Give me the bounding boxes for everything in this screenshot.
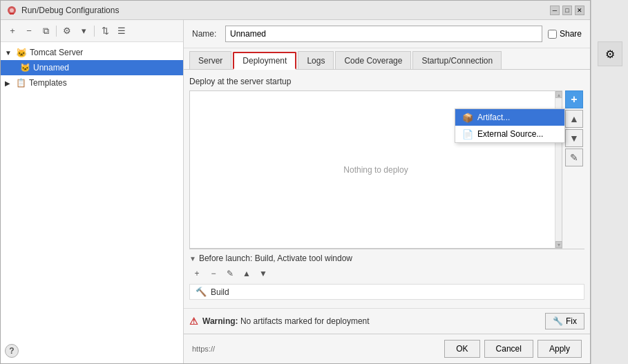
tab-deployment[interactable]: Deployment (233, 52, 296, 70)
scrollbar-up[interactable]: ▲ (555, 91, 562, 98)
config-icon: 🐱 (20, 63, 30, 73)
deploy-empty-text: Nothing to deploy (343, 165, 408, 175)
before-launch-label: Before launch: Build, Activate tool wind… (199, 253, 352, 263)
tab-logs[interactable]: Logs (298, 51, 334, 69)
before-launch-section: ▼ Before launch: Build, Activate tool wi… (189, 249, 584, 303)
before-launch-up-button[interactable]: ▲ (239, 266, 254, 281)
title-controls: ─ □ ✕ (550, 6, 584, 15)
sidebar-tool-button-1[interactable]: ⚙ (598, 41, 622, 66)
config-tree: ▼ 🐱 Tomcat Server 🐱 Unnamed ▶ 📋 Template… (1, 42, 183, 363)
edit-deploy-button[interactable]: ✎ (565, 149, 583, 166)
before-launch-header: ▼ Before launch: Build, Activate tool wi… (189, 253, 584, 263)
right-panel: Name: Share Server Deployment Logs (184, 20, 590, 363)
templates-label: Templates (29, 78, 67, 88)
deploy-area: Nothing to deploy ▲ ▼ + 📦 (189, 90, 584, 249)
unnamed-label: Unnamed (33, 63, 69, 73)
expand-tomcat-icon: ▼ (5, 49, 13, 57)
fix-button[interactable]: 🔧 Fix (545, 313, 584, 329)
run-debug-icon (6, 5, 17, 16)
settings-button[interactable]: ⚙ (59, 23, 75, 39)
tabs-bar: Server Deployment Logs Code Coverage Sta… (184, 48, 590, 70)
add-config-button[interactable]: + (5, 23, 20, 39)
tree-item-templates[interactable]: ▶ 📋 Templates (1, 75, 183, 90)
warning-text: Warning: No artifacts marked for deploym… (202, 316, 541, 326)
share-checkbox[interactable] (548, 30, 557, 39)
before-launch-chevron: ▼ (189, 255, 196, 262)
configurations-toolbar: + − ⧉ ⚙ ▾ ⇅ ☰ (1, 20, 183, 42)
dropdown-item-artifact[interactable]: 📦 Artifact... (455, 109, 564, 126)
tab-content: Deploy at the server startup Nothing to … (184, 70, 590, 308)
tab-server[interactable]: Server (189, 51, 231, 69)
window-title: Run/Debug Configurations (21, 6, 119, 15)
arrow-down-button[interactable]: ▾ (76, 23, 91, 39)
tab-code-coverage[interactable]: Code Coverage (335, 51, 411, 69)
arrow-up-deploy-button[interactable]: ▲ (565, 110, 583, 128)
sort-button[interactable]: ⇅ (97, 23, 113, 39)
separator-2 (94, 26, 95, 37)
tomcat-icon: 🐱 (16, 48, 27, 58)
build-row[interactable]: 🔨 Build (189, 284, 584, 300)
bottom-bar: ? https:// OK Cancel Apply (184, 334, 590, 363)
external-source-label: External Source... (477, 129, 543, 139)
help-button[interactable]: ? (5, 344, 19, 358)
url-bar: https:// (192, 345, 440, 353)
name-row: Name: Share (184, 20, 590, 48)
warning-bar: ⚠ Warning: No artifacts marked for deplo… (184, 308, 590, 334)
svg-rect-2 (10, 13, 14, 15)
close-button[interactable]: ✕ (575, 6, 584, 15)
minimize-button[interactable]: ─ (550, 6, 560, 15)
title-bar: Run/Debug Configurations ─ □ ✕ (1, 1, 590, 20)
before-launch-down-button[interactable]: ▼ (256, 266, 271, 281)
template-icon: 📋 (16, 78, 26, 88)
filter-button[interactable]: ☰ (114, 23, 129, 39)
separator-1 (56, 26, 57, 37)
arrow-down-deploy-button[interactable]: ▼ (565, 129, 583, 147)
expand-templates-icon: ▶ (5, 79, 13, 87)
build-icon: 🔨 (196, 287, 207, 297)
maximize-button[interactable]: □ (562, 6, 572, 15)
scrollbar-down[interactable]: ▼ (555, 241, 562, 248)
ok-button[interactable]: OK (444, 340, 479, 358)
artifact-label: Artifact... (477, 113, 510, 122)
name-input[interactable] (225, 26, 542, 42)
tree-item-tomcat-server[interactable]: ▼ 🐱 Tomcat Server (1, 45, 183, 60)
share-checkbox-area: Share (548, 29, 582, 39)
before-launch-remove-button[interactable]: − (206, 266, 221, 281)
share-label: Share (560, 29, 582, 39)
remove-config-button[interactable]: − (21, 23, 37, 39)
external-icon: 📄 (462, 129, 473, 140)
dropdown-menu: 📦 Artifact... 📄 External Source... (455, 108, 565, 143)
title-bar-left: Run/Debug Configurations (6, 5, 119, 16)
dialog-content: + − ⧉ ⚙ ▾ ⇅ ☰ ▼ 🐱 Tomcat Server (1, 20, 590, 363)
artifact-icon: 📦 (462, 113, 473, 123)
warning-message: No artifacts marked for deployment (238, 316, 370, 326)
before-launch-add-button[interactable]: + (189, 266, 204, 281)
warning-bold: Warning: (202, 316, 238, 326)
left-panel: + − ⧉ ⚙ ▾ ⇅ ☰ ▼ 🐱 Tomcat Server (1, 20, 184, 363)
tomcat-server-label: Tomcat Server (30, 48, 83, 57)
before-launch-edit-button[interactable]: ✎ (222, 266, 238, 281)
copy-config-button[interactable]: ⧉ (38, 23, 53, 39)
tab-startup-connection[interactable]: Startup/Connection (412, 51, 502, 69)
cancel-button[interactable]: Cancel (484, 340, 533, 358)
fix-icon: 🔧 (553, 316, 563, 326)
apply-button[interactable]: Apply (537, 340, 582, 358)
before-launch-toolbar: + − ✎ ▲ ▼ (189, 266, 584, 281)
deploy-header: Deploy at the server startup (189, 75, 584, 88)
add-deploy-button[interactable]: + (565, 90, 583, 108)
dropdown-item-external-source[interactable]: 📄 External Source... (455, 126, 564, 142)
deploy-side-buttons: + 📦 Artifact... 📄 External Source... (565, 90, 584, 249)
build-label: Build (211, 287, 229, 297)
name-label: Name: (192, 29, 220, 39)
warning-icon: ⚠ (189, 316, 198, 327)
svg-point-1 (10, 8, 14, 12)
ide-right-sidebar: ⚙ (591, 0, 628, 364)
fix-label: Fix (566, 316, 577, 326)
dialog-window: Run/Debug Configurations ─ □ ✕ + − ⧉ ⚙ ▾… (0, 0, 591, 364)
tree-item-unnamed[interactable]: 🐱 Unnamed (1, 60, 183, 75)
